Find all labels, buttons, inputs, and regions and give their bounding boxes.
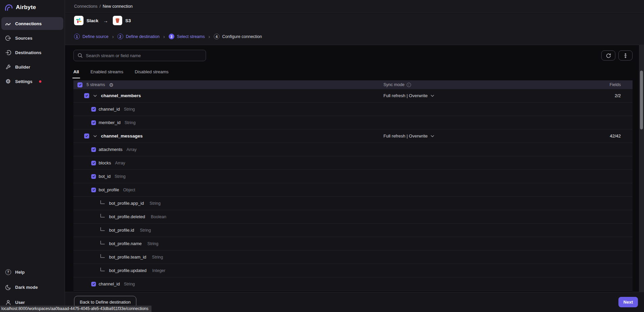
field-type: Object (123, 188, 135, 192)
search-box[interactable] (73, 50, 206, 61)
field-type: String (125, 120, 136, 125)
field-name: channel_id (99, 281, 120, 286)
tree-branch-icon (100, 227, 105, 231)
step-define-source[interactable]: 1 Define source (74, 34, 108, 39)
table-row[interactable]: bot_profile.nameString (73, 237, 633, 250)
row-checkbox[interactable] (91, 174, 96, 179)
sidebar-item-sources[interactable]: Sources (1, 32, 63, 44)
fields-column-label: Fields (599, 82, 633, 87)
sync-mode-dropdown-chevron-icon[interactable] (431, 94, 434, 97)
table-row[interactable]: bot_idString (73, 170, 633, 183)
field-type: String (149, 201, 161, 206)
step-number: 3 (169, 34, 174, 39)
sidebar-item-label: Sources (15, 36, 32, 41)
connection-header: Slack → S3 1 Define source › 2 Define de… (65, 13, 644, 45)
field-name: member_id (99, 120, 121, 125)
step-label: Configure connection (222, 34, 262, 39)
field-name: blocks (99, 160, 111, 165)
search-icon (77, 53, 83, 58)
row-checkbox[interactable] (91, 120, 96, 125)
table-row[interactable]: blocksArray (73, 156, 633, 170)
sync-mode-cell[interactable]: Full refresh | Overwrite (383, 93, 599, 98)
sidebar-item-destinations[interactable]: Destinations (1, 46, 63, 59)
sync-mode-dropdown-chevron-icon[interactable] (431, 135, 434, 138)
sidebar-item-help[interactable]: ? Help (1, 266, 63, 278)
field-name: bot_profile.id (109, 228, 134, 233)
field-name: bot_profile.updated (109, 268, 146, 273)
step-configure-connection[interactable]: 4 Configure connection (214, 34, 262, 39)
row-checkbox[interactable] (91, 147, 96, 152)
stream-expand-chevron-icon[interactable] (93, 135, 97, 138)
sidebar-item-settings[interactable]: ⚙ Settings (1, 75, 63, 88)
wizard-steps: 1 Define source › 2 Define destination ›… (74, 34, 262, 39)
table-row[interactable]: channel_membersFull refresh | Overwrite2… (73, 89, 633, 103)
table-row[interactable]: bot_profile.updatedInteger (73, 264, 633, 277)
sidebar-item-builder[interactable]: Builder (1, 61, 63, 73)
row-checkbox[interactable] (91, 188, 96, 192)
stream-name: channel_messages (101, 133, 143, 139)
slack-icon (74, 16, 83, 25)
sidebar-item-label: User (15, 300, 25, 305)
source-name: Slack (87, 18, 98, 23)
table-row[interactable]: bot_profileObject (73, 183, 633, 197)
sidebar: Airbyte Connections Sources (0, 0, 65, 312)
table-row[interactable]: bot_profile.team_idString (73, 250, 633, 264)
table-row[interactable]: channel_messagesFull refresh | Overwrite… (73, 129, 633, 143)
sidebar-item-label: Destinations (15, 50, 41, 55)
field-type: Integer (152, 268, 165, 273)
search-input[interactable] (86, 53, 202, 58)
expand-collapse-all-button[interactable] (618, 50, 633, 61)
row-checkbox[interactable] (91, 161, 96, 165)
field-name: bot_profile.team_id (109, 255, 146, 260)
step-number: 1 (74, 34, 80, 39)
help-icon: ? (5, 269, 11, 275)
table-row[interactable]: channel_idString (73, 277, 633, 291)
field-type: String (124, 107, 135, 112)
vertical-scrollbar[interactable] (639, 45, 644, 292)
breadcrumb-parent[interactable]: Connections (74, 4, 98, 9)
step-define-destination[interactable]: 2 Define destination (117, 34, 160, 39)
chevron-right-icon: › (112, 34, 114, 39)
refresh-schema-button[interactable] (601, 50, 615, 61)
sync-mode-value: Full refresh | Overwrite (383, 93, 428, 98)
sidebar-item-label: Connections (15, 21, 42, 26)
scrollbar-thumb[interactable] (640, 71, 643, 129)
table-row[interactable]: bot_profile.app_idString (73, 197, 633, 210)
fields-count-cell: 42/42 (599, 133, 633, 139)
row-checkbox[interactable] (91, 282, 96, 286)
settings-notification-dot (39, 80, 41, 83)
tab-disabled-streams[interactable]: Disabled streams (135, 69, 168, 78)
streams-table-body: channel_membersFull refresh | Overwrite2… (73, 89, 633, 291)
select-all-checkbox[interactable] (77, 82, 82, 87)
sync-mode-column-label: Sync mode (383, 82, 405, 87)
table-row[interactable]: member_idString (73, 116, 633, 129)
s3-icon (113, 16, 122, 25)
app-logo[interactable]: Airbyte (0, 0, 65, 14)
table-row[interactable]: bot_profile.idString (73, 224, 633, 237)
tab-enabled-streams[interactable]: Enabled streams (91, 69, 124, 78)
table-row[interactable]: bot_profile.deletedBoolean (73, 210, 633, 224)
tab-all[interactable]: All (73, 69, 79, 78)
next-button[interactable]: Next (618, 297, 638, 307)
row-checkbox[interactable] (91, 107, 96, 112)
streams-panel: All Enabled streams Disabled streams 5 s… (65, 45, 644, 292)
sidebar-nav: Connections Sources Destinations (0, 17, 65, 88)
step-select-streams[interactable]: 3 Select streams (169, 34, 205, 39)
fields-count-cell: 2/2 (599, 93, 633, 98)
sidebar-item-dark-mode[interactable]: Dark mode (1, 281, 63, 294)
sidebar-item-connections[interactable]: Connections (1, 17, 63, 30)
sync-mode-cell[interactable]: Full refresh | Overwrite (383, 133, 599, 139)
table-row[interactable]: channel_idString (73, 103, 633, 116)
table-row[interactable]: attachmentsArray (73, 143, 633, 156)
app-title: Airbyte (16, 4, 36, 11)
stream-expand-chevron-icon[interactable] (93, 94, 97, 97)
sidebar-item-label: Dark mode (15, 285, 38, 290)
step-number: 4 (214, 34, 219, 39)
chevron-right-icon: › (208, 34, 210, 39)
tree-branch-icon (100, 268, 105, 271)
table-settings-gear-icon[interactable]: ⚙ (109, 82, 113, 87)
field-name: bot_profile.name (109, 241, 142, 246)
row-checkbox[interactable] (84, 133, 89, 139)
row-checkbox[interactable] (84, 93, 89, 98)
info-icon[interactable]: i (407, 83, 411, 87)
